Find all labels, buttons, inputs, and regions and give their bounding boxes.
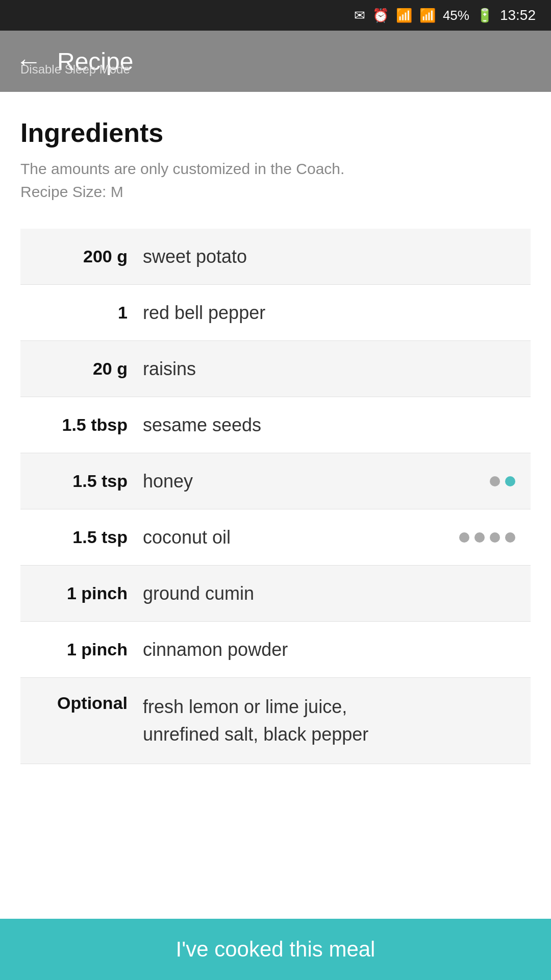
content-area: Ingredients The amounts are only customi… — [0, 92, 551, 830]
ingredient-dots — [490, 476, 515, 486]
dot-gray — [490, 532, 500, 543]
dot-gray — [459, 532, 469, 543]
ingredients-subtitle: The amounts are only customized in the C… — [20, 157, 531, 203]
ingredient-name: red bell pepper — [143, 302, 515, 324]
ingredient-row: 1.5 tsp honey — [20, 453, 531, 509]
cooked-meal-button[interactable]: I've cooked this meal — [0, 919, 551, 980]
disable-sleep-label: Disable Sleep Mode — [20, 62, 130, 77]
ingredient-amount-optional: Optional — [36, 693, 143, 713]
ingredient-name: sesame seeds — [143, 414, 515, 436]
ingredient-row: 20 g raisins — [20, 341, 531, 397]
ingredient-name: ground cumin — [143, 583, 515, 604]
ingredient-row: 1 pinch ground cumin — [20, 566, 531, 622]
ingredient-amount: 1.5 tsp — [36, 471, 143, 491]
ingredient-name: coconut oil — [143, 527, 459, 548]
wifi-icon: 📶 — [396, 8, 412, 23]
ingredient-row-optional: Optional fresh lemon or lime juice,unref… — [20, 678, 531, 764]
signal-icon: 📶 — [419, 8, 436, 23]
ingredient-amount: 1.5 tbsp — [36, 415, 143, 435]
ingredient-name-optional: fresh lemon or lime juice,unrefined salt… — [143, 693, 515, 748]
notification-icon: ✉ — [354, 8, 365, 23]
ingredient-name: raisins — [143, 358, 515, 380]
dot-teal — [505, 476, 515, 486]
ingredient-row: 1.5 tbsp sesame seeds — [20, 397, 531, 453]
ingredient-name: sweet potato — [143, 246, 515, 267]
ingredient-row: 1.5 tsp coconut oil — [20, 509, 531, 566]
ingredient-row: 1 pinch cinnamon powder — [20, 622, 531, 678]
ingredient-amount: 1 — [36, 303, 143, 323]
ingredient-amount: 20 g — [36, 359, 143, 379]
clock: 13:52 — [500, 7, 536, 23]
ingredient-amount: 1.5 tsp — [36, 527, 143, 547]
ingredient-amount: 1 pinch — [36, 640, 143, 659]
ingredient-amount: 1 pinch — [36, 583, 143, 603]
ingredient-name: honey — [143, 471, 490, 492]
battery-text: 45% — [443, 8, 469, 23]
ingredient-amount: 200 g — [36, 247, 143, 266]
status-bar: ✉ ⏰ 📶 📶 45% 🔋 13:52 — [0, 0, 551, 31]
cooked-meal-label: I've cooked this meal — [176, 937, 375, 962]
top-nav: ← Recipe — [0, 31, 551, 92]
ingredients-list: 200 g sweet potato 1 red bell pepper 20 … — [20, 229, 531, 764]
dot-gray — [505, 532, 515, 543]
ingredients-heading: Ingredients — [20, 117, 531, 148]
ingredient-dots — [459, 532, 515, 543]
battery-icon: 🔋 — [477, 8, 493, 23]
dot-gray — [490, 476, 500, 486]
status-icons: ✉ ⏰ 📶 📶 45% 🔋 13:52 — [354, 7, 536, 23]
dot-gray — [474, 532, 485, 543]
ingredient-name: cinnamon powder — [143, 639, 515, 660]
ingredient-row: 200 g sweet potato — [20, 229, 531, 285]
ingredient-row: 1 red bell pepper — [20, 285, 531, 341]
alarm-icon: ⏰ — [372, 8, 389, 23]
